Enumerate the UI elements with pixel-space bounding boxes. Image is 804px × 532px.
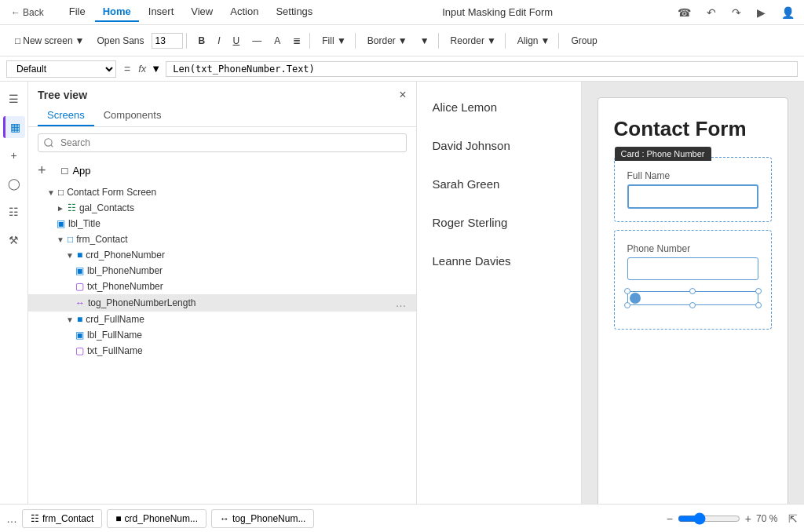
nav-back: ← Back [6,5,49,20]
tree-item-contact-form-screen[interactable]: ▼ □ Contact Form Screen [28,184,416,200]
data-icon[interactable]: ☷ [3,201,25,223]
formula-input[interactable] [166,61,798,77]
phone-number-label: Phone Number [627,243,759,254]
contact-item-alice[interactable]: Alice Lemon [417,88,581,126]
app-icon: □ [62,165,68,177]
bottom-tab-frm-contact[interactable]: ☷ frm_Contact [22,509,102,528]
user-icon[interactable]: 👤 [778,5,798,20]
align-button[interactable]: ≣ [287,33,306,49]
undo-button[interactable]: ↶ [704,5,719,20]
tree-item-label: gal_Contacts [79,202,134,213]
tree-item-txt-full-name[interactable]: ▢ txt_FullName [28,343,416,359]
reorder-button[interactable]: Reorder ▼ [445,33,502,49]
menu-insert[interactable]: Insert [141,2,182,22]
toggle-container [627,291,759,305]
scope-dropdown[interactable]: Default [6,60,116,78]
card-icon: ■ [115,513,121,524]
tree-item-label: tog_PhoneNumberLength [88,297,196,308]
play-button[interactable]: ▶ [754,5,769,20]
handle-br [755,302,762,308]
tab-components[interactable]: Components [94,105,171,126]
app-row[interactable]: □ App [53,162,100,180]
zoom-out-button[interactable]: − [667,512,673,525]
label-icon: ▣ [75,265,84,276]
add-item-button[interactable]: + [38,162,46,179]
font-size-input[interactable] [152,33,183,49]
title-icons: ☎ ↶ ↷ ▶ 👤 [674,5,798,20]
contact-item-david[interactable]: David Johnson [417,126,581,165]
border-button[interactable]: Border ▼ [362,33,413,49]
tree-item-gal-contacts[interactable]: ► ☷ gal_Contacts [28,200,416,216]
formula-bar: Default = fx ▼ [0,56,804,82]
menu-settings[interactable]: Settings [268,2,320,22]
border-style-button[interactable]: ▼ [415,33,435,49]
strikethrough-button[interactable]: ― [247,33,267,49]
handle-bl [624,302,630,308]
chevron-down-icon: ▼ [66,251,74,260]
tree-item-txt-phone-number[interactable]: ▢ txt_PhoneNumber [28,279,416,294]
underline-button[interactable]: U [228,33,246,49]
fill-group: Fill ▼ [313,33,356,49]
contacts-list: Alice Lemon David Johnson Sarah Green Ro… [417,82,582,504]
tree-item-lbl-title[interactable]: ▣ lbl_Title [28,216,416,231]
border-group: Border ▼ ▼ [359,33,439,49]
tree-actions: + □ App [28,159,416,183]
bottom-tab-tog-phone[interactable]: ↔ tog_PhoneNum... [211,509,314,528]
bottom-dots[interactable]: … [6,512,17,525]
open-sans-dropdown[interactable]: Open Sans [92,33,150,49]
align-dropdown[interactable]: Align ▼ [512,33,556,49]
tree-item-crd-full-name[interactable]: ▼ ■ crd_FullName [28,312,416,327]
tree-title: Tree view [38,89,87,101]
tree-item-label: Contact Form Screen [67,187,156,198]
fullscreen-button[interactable]: ⇱ [788,512,798,525]
hamburger-icon[interactable]: ☰ [3,88,25,110]
font-color-button[interactable]: A [269,33,286,49]
back-button[interactable]: ← Back [6,5,49,20]
tree-item-frm-contact[interactable]: ▼ □ frm_Contact [28,231,416,247]
contact-item-leanne[interactable]: Leanne Davies [417,242,581,280]
bottom-tab-crd-phone[interactable]: ■ crd_PhoneNum... [107,509,206,528]
new-screen-button[interactable]: □ New screen ▼ [9,33,90,49]
zoom-slider[interactable] [678,512,740,525]
app-title: Input Masking Edit Form [333,6,662,18]
tab-screens[interactable]: Screens [38,105,94,126]
components-icon[interactable]: ◯ [3,173,25,195]
tree-item-label: lbl_Title [68,218,100,229]
full-name-input[interactable] [627,184,759,209]
label-icon: ▣ [75,330,84,341]
menu-view[interactable]: View [183,2,221,22]
tree-item-tog-phone-number-length[interactable]: ↔ tog_PhoneNumberLength … [28,294,416,312]
more-options-button[interactable]: … [396,297,407,309]
plus-icon[interactable]: + [3,144,25,166]
menu-action[interactable]: Action [222,2,266,22]
group-button[interactable]: Group [565,33,602,49]
layers-icon[interactable]: ▦ [3,116,25,138]
tree-panel: Tree view × Screens Components + □ App ▼… [28,82,417,504]
tree-item-lbl-full-name[interactable]: ▣ lbl_FullName [28,327,416,343]
italic-button[interactable]: I [212,33,225,49]
redo-button[interactable]: ↷ [729,5,744,20]
app-label: App [72,165,90,177]
menu-file[interactable]: File [61,2,93,22]
fill-button[interactable]: Fill ▼ [316,33,352,49]
tree-item-crd-phone-number[interactable]: ▼ ■ crd_PhoneNumber [28,247,416,263]
menu-home[interactable]: Home [95,2,139,22]
format-group: B I U ― A ≣ [190,33,311,49]
phone-icon[interactable]: ☎ [674,5,694,20]
search-input[interactable] [38,133,407,152]
phone-number-input[interactable] [627,257,759,280]
sidebar-icon-rail: ☰ ▦ + ◯ ☷ ⚒ [0,82,28,504]
contact-item-roger[interactable]: Roger Sterling [417,203,581,242]
back-arrow-icon: ← [11,7,20,18]
tools-icon[interactable]: ⚒ [3,229,25,251]
new-screen-icon: □ [15,35,20,46]
tree-item-lbl-phone-number[interactable]: ▣ lbl_PhoneNumber [28,263,416,279]
canvas: Contact Form Card : Phone Number Full Na… [582,82,805,504]
tree-close-button[interactable]: × [399,88,406,102]
bold-button[interactable]: B [193,33,211,49]
zoom-in-button[interactable]: + [745,512,751,525]
label-icon: ▣ [57,218,65,229]
toggle-icon: ↔ [220,513,229,524]
tree-item-label: crd_FullName [86,314,144,325]
contact-item-sarah[interactable]: Sarah Green [417,165,581,203]
